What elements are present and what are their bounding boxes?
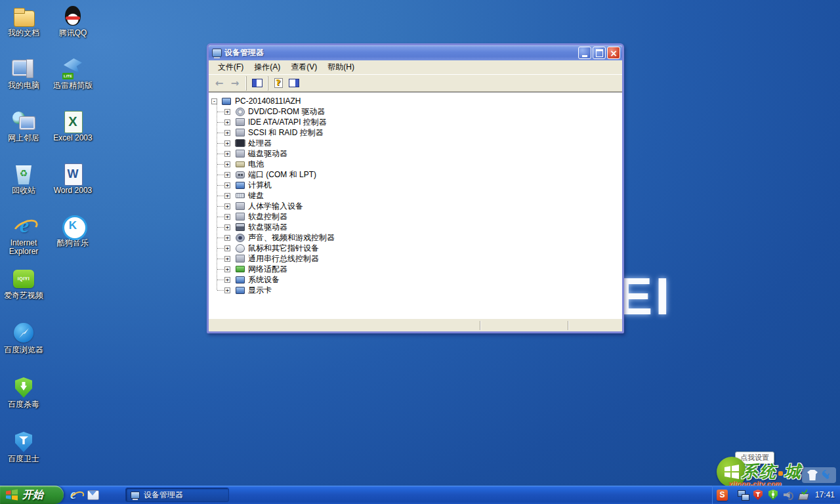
desktop-icon-label: 我的文档 <box>1 29 47 37</box>
window-titlebar[interactable]: 设备管理器 <box>209 45 622 60</box>
computer-icon <box>236 182 245 189</box>
desktop-icon[interactable]: Excel 2003 <box>50 110 96 142</box>
desktop-icon[interactable]: 回收站 <box>1 163 47 195</box>
device-category-row[interactable]: 鼠标和其它指针设备 <box>211 243 622 253</box>
help-icon[interactable] <box>268 76 286 91</box>
task-button-device-manager[interactable]: 设备管理器 <box>125 488 229 502</box>
expand-expander-icon[interactable] <box>224 224 230 230</box>
expand-expander-icon[interactable] <box>224 151 230 157</box>
expand-expander-icon[interactable] <box>224 245 230 251</box>
device-category-row[interactable]: 磁盘驱动器 <box>211 148 622 159</box>
start-button[interactable]: 开始 <box>0 486 64 504</box>
expand-expander-icon[interactable] <box>224 203 230 209</box>
desktop-icon[interactable]: 迅雷精简版 <box>50 58 96 90</box>
device-category-row[interactable]: 键盘 <box>211 190 622 201</box>
expand-expander-icon[interactable] <box>224 266 230 272</box>
sound-controller-icon <box>236 234 245 242</box>
desktop-icon[interactable]: 百度卫士 <box>1 431 47 463</box>
expand-expander-icon[interactable] <box>224 172 230 178</box>
device-category-label: 软盘控制器 <box>248 211 287 222</box>
console-tree-icon[interactable] <box>246 76 264 91</box>
quick-launch <box>69 488 103 502</box>
device-category-row[interactable]: 软盘控制器 <box>211 211 622 222</box>
expand-expander-icon[interactable] <box>224 140 230 146</box>
baidu-antivirus-tray-icon[interactable] <box>767 489 779 501</box>
baidu-browser-icon <box>12 322 35 345</box>
expand-expander-icon[interactable] <box>224 161 230 167</box>
sogou-input-icon[interactable]: S <box>717 490 728 501</box>
expand-expander-icon[interactable] <box>224 193 230 199</box>
volume-icon[interactable] <box>782 489 794 501</box>
properties-pane-icon[interactable] <box>286 76 302 91</box>
back-arrow-icon[interactable] <box>211 76 227 91</box>
ie-quicklaunch-icon[interactable] <box>69 488 83 502</box>
desktop-icon-label: 回收站 <box>1 186 47 195</box>
device-category-label: 声音、视频和游戏控制器 <box>248 232 335 243</box>
device-category-row[interactable]: 通用串行总线控制器 <box>211 253 622 264</box>
expand-expander-icon[interactable] <box>224 214 230 220</box>
desktop-icon[interactable]: 百度杀毒 <box>1 377 47 409</box>
settings-wrench-icon[interactable] <box>822 470 832 480</box>
device-category-label: 人体学输入设备 <box>248 201 303 212</box>
desktop-icon[interactable]: 百度浏览器 <box>1 322 47 354</box>
device-category-row[interactable]: 网络适配器 <box>211 264 622 274</box>
device-category-row[interactable]: 显示卡 <box>211 285 622 295</box>
expand-expander-icon[interactable] <box>224 235 230 241</box>
menu-item[interactable]: 操作(A) <box>249 60 285 74</box>
device-category-label: 网络适配器 <box>248 264 287 275</box>
close-icon[interactable] <box>607 47 620 59</box>
desktop-icon[interactable]: Word 2003 <box>50 163 96 195</box>
logo-text-2: 城 <box>784 462 802 480</box>
desktop-icon[interactable]: 网上邻居 <box>1 110 47 142</box>
expand-expander-icon[interactable] <box>224 109 230 115</box>
device-category-row[interactable]: DVD/CD-ROM 驱动器 <box>211 106 622 117</box>
baidu-weishi-tray-icon[interactable] <box>752 489 764 501</box>
thunder-lite-icon <box>61 58 85 80</box>
minimize-icon[interactable] <box>578 47 591 59</box>
device-category-row[interactable]: 计算机 <box>211 180 622 190</box>
desktop-icon[interactable]: 我的文档 <box>1 5 47 37</box>
device-category-row[interactable]: 处理器 <box>211 138 622 148</box>
tree-root-row[interactable]: PC-20140811IAZH <box>211 96 622 106</box>
device-category-row[interactable]: 系统设备 <box>211 274 622 285</box>
system-devices-icon <box>236 276 245 284</box>
windows-logo-icon <box>5 489 18 501</box>
collapse-expander-icon[interactable] <box>211 98 217 104</box>
menu-item[interactable]: 查看(V) <box>285 60 322 74</box>
desktop-icon-label: 酷狗音乐 <box>50 239 96 247</box>
desktop-icon[interactable]: 腾讯QQ <box>50 5 96 37</box>
device-category-row[interactable]: 声音、视频和游戏控制器 <box>211 232 622 243</box>
expand-expander-icon[interactable] <box>224 182 230 188</box>
outlook-express-icon[interactable] <box>86 488 100 502</box>
network-tray-icon[interactable] <box>737 489 749 501</box>
expand-expander-icon[interactable] <box>224 119 230 125</box>
my-documents-icon <box>12 5 35 28</box>
device-category-row[interactable]: 人体学输入设备 <box>211 201 622 211</box>
recycle-bin-icon <box>12 163 35 185</box>
tray-icons <box>737 489 812 501</box>
menu-item[interactable]: 帮助(H) <box>322 60 360 74</box>
kugou-icon <box>61 215 85 238</box>
internet-explorer-icon <box>12 215 35 238</box>
start-button-label: 开始 <box>22 488 43 502</box>
desktop-icon[interactable]: 我的电脑 <box>1 58 47 90</box>
menu-item[interactable]: 文件(F) <box>213 60 249 74</box>
device-category-row[interactable]: IDE ATA/ATAPI 控制器 <box>211 117 622 127</box>
desktop-icon-label: Word 2003 <box>50 186 96 195</box>
device-category-row[interactable]: 电池 <box>211 159 622 169</box>
device-category-row[interactable]: 软盘驱动器 <box>211 222 622 232</box>
maximize-icon[interactable] <box>593 47 606 59</box>
forward-arrow-icon[interactable] <box>227 76 243 91</box>
safely-remove-hardware-icon[interactable] <box>797 489 809 501</box>
desktop-icon[interactable]: Internet Explorer <box>1 215 47 256</box>
desktop-icon[interactable]: 酷狗音乐 <box>50 215 96 247</box>
expand-expander-icon[interactable] <box>224 287 230 293</box>
taskbar-clock[interactable]: 17:41 <box>815 490 835 499</box>
qq-icon <box>61 5 85 28</box>
device-category-row[interactable]: SCSI 和 RAID 控制器 <box>211 127 622 138</box>
expand-expander-icon[interactable] <box>224 130 230 136</box>
desktop-icon[interactable]: 爱奇艺视频 <box>1 268 47 300</box>
expand-expander-icon[interactable] <box>224 256 230 262</box>
expand-expander-icon[interactable] <box>224 277 230 283</box>
device-category-row[interactable]: 端口 (COM 和 LPT) <box>211 169 622 180</box>
